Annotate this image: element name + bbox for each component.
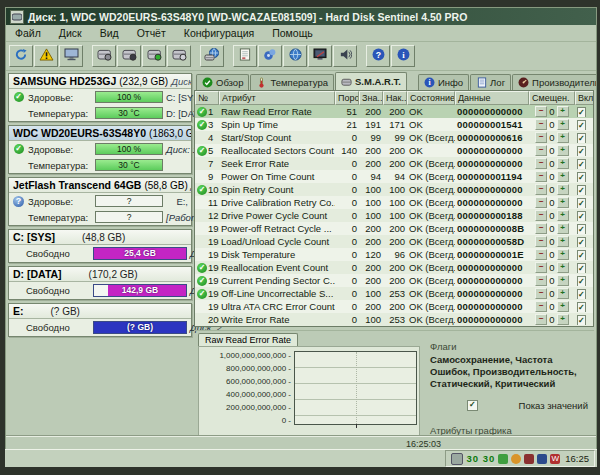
smart-row-196[interactable]: ✓196Reallocation Event Count0200200OK (В… (195, 261, 593, 274)
enabled-checkbox[interactable]: ✓ (577, 133, 586, 143)
offset-plus-button[interactable]: + (557, 223, 569, 234)
tray-network-icon[interactable] (537, 454, 547, 464)
offset-plus-button[interactable]: + (557, 314, 569, 325)
tray-update-icon[interactable] (511, 454, 521, 464)
offset-minus-button[interactable]: − (535, 158, 547, 169)
enabled-checkbox[interactable]: ✓ (577, 185, 586, 195)
offset-minus-button[interactable]: − (535, 262, 547, 273)
smart-row-3[interactable]: ✓3Spin Up Time21191171OK000000001541−0+✓ (195, 118, 593, 131)
disk-card-0[interactable]: SAMSUNG HD253GJ(232,9 GB)Диск: 0✓Здоровь… (8, 73, 192, 122)
offset-spinner[interactable]: −0+ (529, 275, 575, 286)
remote-monitor-button[interactable] (308, 45, 332, 67)
tray-audio-icon[interactable] (524, 454, 534, 464)
menu-item-2[interactable]: Вид (91, 27, 128, 39)
offset-spinner[interactable]: −0+ (529, 132, 575, 143)
refresh-button[interactable] (9, 45, 33, 67)
offset-minus-button[interactable]: − (535, 119, 547, 130)
smart-row-11[interactable]: 11Drive Calibration Retry Co...0100100OK… (195, 196, 593, 209)
enabled-checkbox[interactable]: ✓ (577, 120, 586, 130)
smart-row-9[interactable]: 9Power On Time Count09494OK (Всегд...000… (195, 170, 593, 183)
smart-row-198[interactable]: ✓198Off-Line Uncorrectable S...0100253OK… (195, 287, 593, 300)
disk-search-button[interactable] (167, 45, 191, 67)
tab-производительность[interactable]: Производительность (512, 74, 596, 90)
offset-plus-button[interactable]: + (557, 184, 569, 195)
tray-sentinel-icon[interactable] (498, 454, 508, 464)
offset-spinner[interactable]: −0+ (529, 119, 575, 130)
monitor-disk-button[interactable] (59, 45, 83, 67)
tab-инфо[interactable]: iИнфо (418, 74, 469, 90)
offset-plus-button[interactable]: + (557, 145, 569, 156)
disk-globe-button[interactable] (200, 45, 224, 67)
chart-tab[interactable]: Raw Read Error Rate (198, 333, 298, 346)
offset-minus-button[interactable]: − (535, 171, 547, 182)
smart-row-5[interactable]: ✓5Reallocated Sectors Count140200200OK00… (195, 144, 593, 157)
tab-температура[interactable]: Температура (250, 74, 334, 90)
offset-plus-button[interactable]: + (557, 132, 569, 143)
disk-acoustic-button[interactable] (117, 45, 141, 67)
offset-spinner[interactable]: −0+ (529, 197, 575, 208)
tray-app-icon[interactable] (451, 453, 463, 465)
enabled-checkbox[interactable]: ✓ (577, 315, 586, 325)
smart-row-4[interactable]: 4Start/Stop Count09999OK (Всегд...000000… (195, 131, 593, 144)
offset-minus-button[interactable]: − (535, 249, 547, 260)
help-button[interactable]: ? (366, 45, 390, 67)
menu-item-0[interactable]: Файл (6, 27, 50, 39)
enabled-checkbox[interactable]: ✓ (577, 146, 586, 156)
offset-minus-button[interactable]: − (535, 301, 547, 312)
taskbar[interactable]: 30 30 W 16:25 (5, 449, 597, 467)
warning-button[interactable] (34, 45, 58, 67)
offset-minus-button[interactable]: − (535, 314, 547, 325)
partition-card-1[interactable]: D: [DATA](170,2 GB)Свободно142,9 GBДиск:… (8, 266, 192, 300)
smart-row-200[interactable]: 200Write Error Rate0100253OK (Всегд...00… (195, 313, 593, 326)
enabled-checkbox[interactable]: ✓ (577, 198, 586, 208)
menu-item-4[interactable]: Конфигурация (175, 27, 263, 39)
offset-minus-button[interactable]: − (535, 236, 547, 247)
smart-row-193[interactable]: 193Load/Unload Cycle Count0200200OK (Все… (195, 235, 593, 248)
disk-card-2[interactable]: JetFlash Transcend 64GB(58,8 GB)Диск: 2?… (8, 177, 192, 226)
offset-minus-button[interactable]: − (535, 197, 547, 208)
enabled-checkbox[interactable]: ✓ (577, 172, 586, 182)
offset-spinner[interactable]: −0+ (529, 158, 575, 169)
enabled-checkbox[interactable]: ✓ (577, 289, 586, 299)
show-values-row[interactable]: ✓ Показ значений (430, 400, 588, 411)
partition-card-0[interactable]: C: [SYS](48,8 GB)Свободно25,4 GBДиск: 0 (8, 229, 192, 263)
enabled-checkbox[interactable]: ✓ (577, 211, 586, 221)
enabled-checkbox[interactable]: ✓ (577, 302, 586, 312)
offset-minus-button[interactable]: − (535, 275, 547, 286)
offset-plus-button[interactable]: + (557, 262, 569, 273)
offset-plus-button[interactable]: + (557, 301, 569, 312)
offset-spinner[interactable]: −0+ (529, 314, 575, 325)
smart-row-7[interactable]: 7Seek Error Rate0200200OK (Всегд...00000… (195, 157, 593, 170)
tray-antivirus-icon[interactable]: W (550, 454, 560, 464)
smart-row-1[interactable]: ✓1Raw Read Error Rate51200200OK000000000… (195, 105, 593, 118)
offset-minus-button[interactable]: − (535, 145, 547, 156)
system-tray[interactable]: 30 30 W 16:25 (445, 450, 595, 467)
disk-ok-button[interactable] (142, 45, 166, 67)
offset-spinner[interactable]: −0+ (529, 223, 575, 234)
enabled-checkbox[interactable]: ✓ (577, 263, 586, 273)
network-button[interactable] (283, 45, 307, 67)
offset-spinner[interactable]: −0+ (529, 184, 575, 195)
enabled-checkbox[interactable]: ✓ (577, 224, 586, 234)
report-button[interactable] (233, 45, 257, 67)
enabled-checkbox[interactable]: ✓ (577, 237, 586, 247)
menu-item-1[interactable]: Диск (50, 27, 91, 39)
offset-minus-button[interactable]: − (535, 223, 547, 234)
disk-tools-button[interactable] (92, 45, 116, 67)
offset-spinner[interactable]: −0+ (529, 145, 575, 156)
offset-spinner[interactable]: −0+ (529, 288, 575, 299)
title-bar[interactable]: Диск: 1, WDC WD20EURS-63S48Y0 [WD-WCAZAE… (6, 8, 596, 25)
about-button[interactable]: i (391, 45, 415, 67)
tab-обзор[interactable]: Обзор (196, 74, 249, 90)
offset-plus-button[interactable]: + (557, 210, 569, 221)
offset-plus-button[interactable]: + (557, 106, 569, 117)
offset-spinner[interactable]: −0+ (529, 262, 575, 273)
offset-plus-button[interactable]: + (557, 171, 569, 182)
sound-button[interactable] (333, 45, 357, 67)
tab-s-m-a-r-t-[interactable]: S.M.A.R.T. (335, 72, 407, 90)
partition-card-2[interactable]: E:(? GB)Свободно(? GB)Диск: 2 (8, 303, 192, 337)
disk-card-1[interactable]: WDC WD20EURS-63S48Y0(1863,0 GB)✓Здоровье… (8, 125, 192, 174)
offset-plus-button[interactable]: + (557, 249, 569, 260)
enabled-checkbox[interactable]: ✓ (577, 107, 586, 117)
offset-plus-button[interactable]: + (557, 275, 569, 286)
